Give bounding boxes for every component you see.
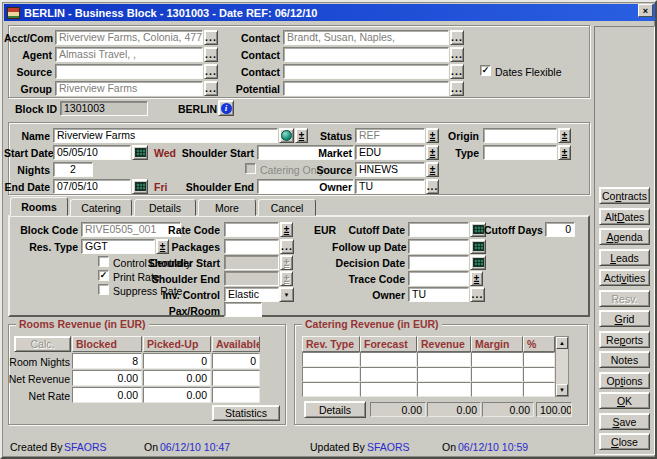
owner-field[interactable]: TU	[355, 179, 425, 194]
room-nights-picked-cell[interactable]: 0	[143, 353, 211, 369]
suppress-rate-checkbox[interactable]	[98, 284, 109, 295]
source-field[interactable]	[55, 64, 203, 79]
type-lov-button[interactable]: ±	[558, 145, 571, 160]
contact3-field[interactable]	[283, 64, 449, 79]
market-field[interactable]: EDU	[355, 145, 425, 160]
status-field[interactable]: REF	[355, 128, 425, 143]
agent-lov-button[interactable]: ...	[204, 47, 218, 62]
decision-date-calendar-button[interactable]	[470, 255, 486, 270]
follow-up-date-calendar-button[interactable]	[470, 239, 486, 254]
rate-code-field[interactable]	[224, 222, 279, 237]
start-date-calendar-button[interactable]	[132, 145, 148, 160]
notes-button[interactable]: Notes	[599, 351, 650, 368]
agent-field[interactable]: Almassi Travel, ,	[55, 47, 203, 62]
contact3-lov-button[interactable]: ...	[450, 64, 464, 79]
net-rate-blocked-cell[interactable]: 0.00	[72, 387, 142, 403]
statistics-button[interactable]: Statistics	[212, 405, 280, 421]
contact1-field[interactable]: Brandt, Susan, Naples,	[283, 30, 449, 45]
potential-field[interactable]	[283, 81, 449, 96]
net-revenue-blocked-cell[interactable]: 0.00	[72, 370, 142, 386]
catering-cell[interactable]	[471, 352, 523, 367]
catering-cell[interactable]	[417, 367, 471, 382]
save-button[interactable]: Save	[599, 413, 650, 430]
group-lov-button[interactable]: ...	[204, 81, 218, 96]
follow-up-date-field[interactable]	[408, 239, 469, 254]
inv-control-field[interactable]: Elastic	[224, 287, 279, 302]
property-info-button[interactable]: i	[218, 100, 234, 116]
close-icon[interactable]: ×	[638, 4, 653, 17]
room-nights-blocked-cell[interactable]: 8	[72, 353, 142, 369]
tab-more[interactable]: More	[198, 199, 256, 216]
type-field[interactable]	[483, 145, 557, 160]
room-nights-available-cell[interactable]: 0	[212, 353, 260, 369]
tab-cancel[interactable]: Cancel	[258, 199, 316, 216]
source2-field[interactable]: HNEWS	[355, 162, 425, 177]
dates-flexible-checkbox[interactable]: ✓	[480, 65, 491, 76]
inv-control-dropdown-button[interactable]: ▼	[279, 287, 294, 302]
tab-details[interactable]: Details	[134, 199, 196, 216]
tab-catering[interactable]: Catering	[70, 199, 132, 216]
catering-cell[interactable]	[302, 352, 360, 367]
source-lov-button[interactable]: ...	[204, 64, 218, 79]
tab-rooms[interactable]: Rooms	[10, 197, 68, 216]
catering-cell[interactable]	[417, 352, 471, 367]
catering-cell[interactable]	[471, 367, 523, 382]
rate-code-lov-button[interactable]: ±	[280, 222, 293, 237]
status-lov-button[interactable]: ±	[426, 128, 439, 143]
potential-lov-button[interactable]: ...	[450, 81, 464, 96]
name-translate-button[interactable]	[279, 128, 294, 143]
contact1-lov-button[interactable]: ...	[450, 30, 464, 45]
packages-lov-button[interactable]: ...	[280, 239, 294, 254]
trace-code-lov-button[interactable]: ±	[470, 271, 483, 286]
contact2-lov-button[interactable]: ...	[450, 47, 464, 62]
group-field[interactable]: Riverview Farms	[55, 81, 203, 96]
end-date-field[interactable]: 07/05/10	[53, 179, 131, 194]
close-button[interactable]: Close	[599, 433, 650, 450]
catering-cell[interactable]	[360, 367, 417, 382]
trace-code-field[interactable]	[408, 271, 469, 286]
packages-field[interactable]	[224, 239, 279, 254]
grid-button[interactable]: Grid	[599, 310, 650, 327]
origin-field[interactable]	[483, 128, 557, 143]
nights-field[interactable]: 2	[53, 162, 93, 177]
details-button[interactable]: Details	[304, 401, 366, 418]
net-revenue-picked-cell[interactable]: 0.00	[143, 370, 211, 386]
catering-cell[interactable]	[360, 382, 417, 397]
alt-dates-button[interactable]: Alt Dates	[599, 208, 650, 225]
catering-cell[interactable]	[302, 367, 360, 382]
contracts-button[interactable]: Contracts	[599, 187, 650, 204]
start-date-field[interactable]: 05/05/10	[53, 145, 131, 160]
pax-room-field[interactable]	[224, 302, 262, 317]
scroll-down-icon[interactable]: ▼	[556, 384, 568, 396]
decision-date-field[interactable]	[408, 255, 469, 270]
options-button[interactable]: Options	[599, 372, 650, 389]
net-revenue-available-cell[interactable]	[212, 370, 260, 386]
catering-cell[interactable]	[417, 382, 471, 397]
scroll-up-icon[interactable]: ▲	[556, 337, 568, 349]
reports-button[interactable]: Reports	[599, 331, 650, 348]
name-field[interactable]: Riverview Farms	[53, 128, 278, 143]
catering-cell[interactable]	[523, 352, 555, 367]
catering-cell[interactable]	[523, 382, 555, 397]
source2-lov-button[interactable]: ±	[426, 162, 439, 177]
agenda-button[interactable]: Agenda	[599, 228, 650, 245]
catering-cell[interactable]	[360, 352, 417, 367]
rooms-owner-field[interactable]: TU	[408, 287, 469, 302]
leads-button[interactable]: Leads	[599, 249, 650, 266]
owner-lov-button[interactable]: ...	[426, 179, 439, 194]
acct-com-lov-button[interactable]: ...	[204, 30, 218, 45]
catering-cell[interactable]	[302, 382, 360, 397]
net-rate-available-cell[interactable]	[212, 387, 260, 403]
cutoff-date-field[interactable]	[408, 222, 469, 237]
ok-button[interactable]: OK	[599, 392, 650, 409]
contact2-field[interactable]	[283, 47, 449, 62]
end-date-calendar-button[interactable]	[132, 179, 148, 194]
cutoff-days-field[interactable]: 0	[545, 222, 575, 237]
market-lov-button[interactable]: ±	[426, 145, 439, 160]
net-rate-picked-cell[interactable]: 0.00	[143, 387, 211, 403]
acct-com-field[interactable]: Riverview Farms, Colonia, 477 550-36	[55, 30, 203, 45]
catering-cell[interactable]	[523, 367, 555, 382]
catering-cell[interactable]	[471, 382, 523, 397]
activities-button[interactable]: Activities	[599, 269, 650, 286]
rooms-owner-lov-button[interactable]: ...	[470, 287, 485, 302]
